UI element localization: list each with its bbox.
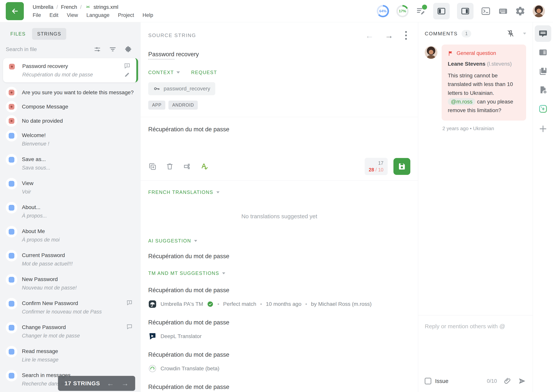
string-source: Change Password (22, 324, 80, 330)
keyboard-shortcuts-icon[interactable] (498, 6, 508, 16)
list-item[interactable]: Compose Message (3, 100, 139, 114)
string-info-tab-button[interactable] (535, 44, 551, 61)
comment-issue-icon[interactable] (124, 62, 131, 69)
previous-string-icon[interactable]: ← (365, 31, 374, 40)
context-link[interactable]: CONTEXT (148, 70, 180, 75)
menu-language[interactable]: Language (86, 12, 109, 18)
file-context-tab-button[interactable] (535, 82, 551, 98)
topbar-actions: 64% 17% (377, 3, 553, 19)
menu-view[interactable]: View (67, 12, 78, 18)
list-item[interactable]: Current Password Mot de passe actuel!!! (3, 248, 139, 272)
breadcrumb-language[interactable]: French (61, 4, 77, 10)
translated-progress-ring[interactable]: 64% (377, 5, 389, 17)
add-panel-button[interactable] (535, 120, 551, 137)
breadcrumb-project[interactable]: Umbrella (33, 4, 53, 10)
comment-author-avatar[interactable] (425, 46, 437, 59)
comment-author[interactable]: Leane Stevens (448, 61, 485, 67)
copy-source-icon[interactable] (148, 162, 157, 171)
menu-file[interactable]: File (33, 12, 41, 18)
glossary-tab-button[interactable] (535, 63, 551, 79)
save-floppy-icon (398, 162, 406, 171)
section-tm-mt-suggestions[interactable]: TM AND MT SUGGESTIONS (148, 271, 410, 276)
menu-help[interactable]: Help (142, 12, 153, 18)
list-item[interactable]: No date provided (3, 114, 139, 128)
menu-edit[interactable]: Edit (49, 12, 59, 18)
filter-settings-icon[interactable] (93, 45, 101, 53)
back-button[interactable] (6, 2, 24, 20)
next-string-icon[interactable]: → (385, 31, 393, 40)
issue-checkbox[interactable] (425, 378, 431, 384)
mt-suggestion[interactable]: Récupération de mot de passe Aa Microsof… (148, 384, 410, 392)
list-item[interactable]: Read message Lire le message (3, 344, 139, 368)
string-status-icon (6, 178, 17, 189)
unpin-icon[interactable] (506, 29, 515, 38)
edit-pencil-icon[interactable] (124, 71, 131, 78)
reply-zone: Issue 0/10 (418, 315, 533, 392)
settings-gear-icon[interactable] (515, 6, 525, 16)
tab-files[interactable]: FILES (5, 28, 30, 40)
spellcheck-icon[interactable] (200, 162, 209, 171)
list-item[interactable]: View Voir (3, 176, 139, 200)
string-source: Save as... (22, 156, 50, 162)
console-icon[interactable] (481, 6, 491, 16)
toggle-right-panel-button[interactable] (457, 3, 474, 19)
select-text-icon[interactable] (183, 162, 191, 171)
prev-string-icon[interactable]: ← (107, 380, 114, 387)
string-key-chip[interactable]: password_recovery (148, 82, 215, 95)
ai-assistant-tab-button[interactable] (535, 101, 551, 117)
clear-translation-icon[interactable] (166, 162, 174, 171)
list-item[interactable]: Save as... Sava sous... (3, 152, 139, 176)
strings-count-toast: 17 STRINGS ← → (58, 376, 135, 391)
suggestion-text[interactable]: Récupération de mot de passe (148, 384, 410, 391)
list-item-selected[interactable]: Password recovery Récupération du mot de… (3, 58, 138, 82)
suggestion-text[interactable]: Récupération du mot de passe (148, 319, 410, 326)
mt-suggestion[interactable]: Récupération du mot de passe Crowdin Tra… (148, 351, 410, 373)
chevron-down-icon[interactable] (523, 33, 526, 35)
translation-input[interactable]: Récupération du mot de passe (148, 126, 410, 154)
request-link[interactable]: REQUEST (191, 70, 217, 75)
glossary-term[interactable]: Password (148, 51, 174, 60)
toggle-left-panel-button[interactable] (433, 3, 450, 19)
crowdin-translate-icon (148, 364, 157, 373)
comment-icon[interactable] (126, 323, 133, 330)
label-tag[interactable]: ANDROID (168, 101, 198, 110)
mt-suggestion[interactable]: Récupération du mot de passe DeepL Trans… (148, 319, 410, 341)
section-french-translations[interactable]: FRENCH TRANSLATIONS (148, 189, 410, 195)
save-button[interactable] (393, 158, 410, 175)
tab-strings[interactable]: STRINGS (32, 28, 66, 40)
breadcrumb-file[interactable]: strings.xml (85, 4, 118, 10)
string-source: Password recovery (22, 63, 93, 69)
next-string-icon[interactable]: → (121, 380, 129, 387)
list-item[interactable]: About Me À propos de moi (3, 224, 139, 248)
activity-log-icon[interactable] (416, 6, 426, 16)
user-avatar[interactable] (533, 5, 545, 17)
list-item[interactable]: Are you sure you want to delete this mes… (3, 85, 139, 100)
approved-progress-ring[interactable]: 17% (396, 5, 409, 17)
search-input[interactable] (6, 46, 93, 52)
plugins-puzzle-icon[interactable] (124, 45, 132, 53)
string-status-icon (6, 346, 17, 357)
mention-link[interactable]: @m.ross (448, 98, 476, 105)
comments-tab-button[interactable] (535, 25, 551, 42)
list-item[interactable]: Welcome! Bienvenue ! (3, 128, 139, 152)
list-item[interactable]: Change Password Changer le mot de passe (3, 320, 139, 344)
menu-project[interactable]: Project (118, 12, 134, 18)
comment-issue-icon[interactable] (126, 300, 133, 306)
tm-suggestion[interactable]: Récupération du mot de passe Umbrella PA… (148, 287, 410, 308)
send-icon[interactable] (518, 377, 526, 385)
list-item[interactable]: Confirm New Password Confirmer le nouvea… (3, 296, 139, 320)
label-tag[interactable]: APP (148, 101, 165, 110)
suggestion-text[interactable]: Récupération du mot de passe (148, 351, 410, 358)
attachment-paperclip-icon[interactable] (504, 377, 511, 385)
filter-icon[interactable] (109, 45, 117, 53)
section-ai-suggestion[interactable]: AI SUGGESTION (148, 238, 410, 244)
string-translation: Voir (22, 189, 33, 195)
string-status-icon (6, 250, 17, 261)
reply-input[interactable] (425, 323, 526, 330)
more-options-icon[interactable] (404, 30, 408, 41)
chat-icon (539, 29, 548, 38)
list-item[interactable]: About... À propos... (3, 200, 139, 224)
list-item[interactable]: New Password Nouveau mot de passe! (3, 272, 139, 296)
suggestion-text[interactable]: Récupération du mot de passe (148, 287, 410, 294)
ai-suggestion-text[interactable]: Récupération du mot de passe (148, 253, 410, 260)
